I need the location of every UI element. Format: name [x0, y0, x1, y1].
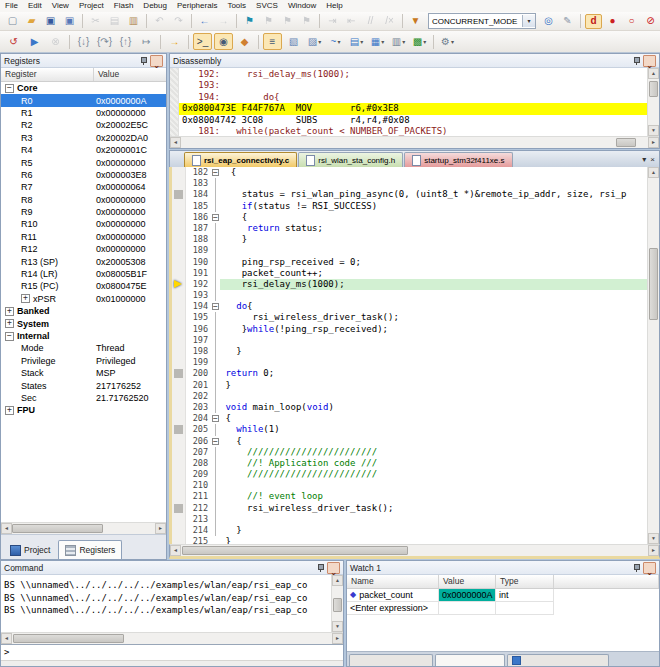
breakpoint-margin[interactable] [172, 368, 186, 379]
dropdown-arrow-icon[interactable]: ▾ [451, 38, 454, 45]
menu-item-flash[interactable]: Flash [109, 0, 139, 12]
breakpoint-margin[interactable] [172, 324, 186, 335]
watch-name-cell[interactable]: <Enter expression> [347, 602, 439, 615]
dock-tab[interactable] [349, 654, 433, 666]
fold-column[interactable] [211, 480, 220, 491]
code-text[interactable]: rsi_wireless_driver_task(); [220, 312, 647, 323]
breakpoint-margin[interactable] [172, 167, 186, 178]
menu-item-tools[interactable]: Tools [222, 0, 251, 12]
breakpoint-margin[interactable] [172, 201, 186, 212]
fold-column[interactable]: − [211, 413, 220, 424]
configure-target-icon[interactable]: ✎ [559, 14, 576, 29]
fold-collapse-icon[interactable]: − [212, 415, 219, 422]
scroll-down-arrow-icon[interactable]: ▼ [648, 533, 659, 544]
pin-icon[interactable] [316, 563, 325, 572]
register-row-r3[interactable]: R30x20002DA0 [1, 132, 166, 144]
breakpoint-margin[interactable] [172, 212, 186, 223]
show-next-statement-icon[interactable]: → [165, 33, 184, 50]
code-text[interactable]: do{ [220, 301, 647, 312]
symbols-window-icon[interactable]: ◆ [235, 33, 254, 50]
scroll-left-arrow-icon[interactable]: ◄ [1, 633, 12, 644]
register-row-sec[interactable]: Sec21.71762520 [1, 392, 166, 404]
breakpoint-margin[interactable] [172, 290, 186, 301]
step-out-icon[interactable]: {↑} [116, 33, 135, 50]
breakpoint-margin[interactable] [172, 234, 186, 245]
memory-window-icon[interactable]: ▦▾ [368, 33, 387, 50]
code-text[interactable]: rsi_wireless_driver_task(); [220, 503, 647, 514]
editor-tab-rsi-eap-connectivity-c[interactable]: rsi_eap_connectivity.c [184, 152, 297, 167]
editor-vscrollbar[interactable]: ▲ ▼ [647, 167, 659, 544]
breakpoint-margin[interactable] [172, 503, 186, 514]
watch-window-icon[interactable]: ▤▾ [347, 33, 366, 50]
menu-item-project[interactable]: Project [74, 0, 109, 12]
fold-column[interactable]: − [211, 436, 220, 447]
fold-collapse-icon[interactable]: − [212, 438, 219, 445]
pin-icon[interactable] [632, 56, 641, 65]
bookmark-toggle-icon[interactable]: ⚑ [241, 14, 258, 29]
register-row-r11[interactable]: R110x00000000 [1, 231, 166, 243]
breakpoint-margin[interactable] [172, 279, 186, 290]
fold-column[interactable] [211, 279, 220, 290]
menu-item-debug[interactable]: Debug [138, 0, 172, 12]
stop-icon[interactable]: ⊗ [46, 33, 65, 50]
enable-disable-breakpoint-icon[interactable]: ○ [623, 14, 640, 29]
bookmark-previous-icon[interactable]: ⚑ [279, 14, 296, 29]
breakpoint-margin[interactable] [172, 301, 186, 312]
breakpoint-margin[interactable] [172, 391, 186, 402]
scroll-right-arrow-icon[interactable]: ► [648, 137, 659, 148]
system-viewer-icon[interactable]: ▩▾ [410, 33, 429, 50]
save-all-icon[interactable]: ▣ [61, 14, 78, 29]
breakpoint-margin[interactable] [172, 380, 186, 391]
code-text[interactable] [220, 335, 647, 346]
fold-column[interactable] [211, 469, 220, 480]
fold-column[interactable]: − [211, 301, 220, 312]
code-editor[interactable]: 182− {183184 status = rsi_wlan_ping_asyn… [172, 167, 647, 544]
breakpoint-margin[interactable] [172, 357, 186, 368]
disable-all-breakpoints-icon[interactable]: ⊘ [642, 14, 659, 29]
register-row-r8[interactable]: R80x00000000 [1, 194, 166, 206]
tab-list-dropdown-icon[interactable]: ▾ [642, 155, 646, 164]
scroll-up-arrow-icon[interactable]: ▲ [332, 575, 343, 586]
fold-column[interactable] [211, 346, 220, 357]
fold-collapse-icon[interactable]: − [212, 169, 219, 176]
bookmark-next-icon[interactable]: ⚑ [260, 14, 277, 29]
run-icon[interactable]: ▶ [25, 33, 44, 50]
scroll-down-arrow-icon[interactable]: ▼ [648, 125, 659, 136]
breakpoint-margin[interactable] [172, 413, 186, 424]
fold-column[interactable] [211, 189, 220, 200]
scroll-right-arrow-icon[interactable]: ► [332, 633, 343, 644]
fold-column[interactable] [211, 324, 220, 335]
breakpoint-margin[interactable] [172, 525, 186, 536]
breakpoint-margin[interactable] [172, 245, 186, 256]
command-window-icon[interactable]: >_ [193, 33, 212, 50]
breakpoint-margin[interactable] [172, 436, 186, 447]
watch-column-header-type[interactable]: Type [496, 575, 554, 588]
paste-icon[interactable]: ▥ [125, 14, 142, 29]
watch-name-cell[interactable]: ◆packet_count [347, 589, 439, 602]
pin-icon[interactable] [632, 563, 641, 572]
dock-tab[interactable] [507, 654, 609, 666]
flash-download-icon[interactable]: ▼ [407, 14, 424, 29]
close-icon[interactable] [643, 55, 656, 67]
registers-window-icon[interactable]: ≡ [263, 33, 282, 50]
register-column-header[interactable]: Register [1, 68, 94, 81]
run-to-cursor-icon[interactable]: ↦ [137, 33, 156, 50]
fold-collapse-icon[interactable]: − [212, 214, 219, 221]
code-text[interactable]: { [220, 413, 647, 424]
step-over-icon[interactable]: {↷} [95, 33, 114, 50]
close-icon[interactable] [327, 562, 340, 574]
menu-item-help[interactable]: Help [321, 0, 347, 12]
register-row-r15-pc-[interactable]: R15 (PC)0x0800475E [1, 280, 166, 292]
register-row-privilege[interactable]: PrivilegePrivileged [1, 355, 166, 367]
code-text[interactable] [220, 480, 647, 491]
copy-icon[interactable]: ▤ [106, 14, 123, 29]
insert-remove-breakpoint-icon[interactable]: ● [604, 14, 621, 29]
scroll-up-arrow-icon[interactable]: ▲ [648, 167, 659, 178]
breakpoint-margin[interactable] [172, 402, 186, 413]
reset-cpu-icon[interactable]: ↺ [4, 33, 23, 50]
expand-icon[interactable]: + [5, 307, 14, 316]
watch-type-cell[interactable] [496, 602, 554, 615]
code-text[interactable]: return 0; [220, 368, 647, 379]
open-file-icon[interactable]: ▰ [23, 14, 40, 29]
tab-registers[interactable]: Registers [58, 540, 122, 559]
